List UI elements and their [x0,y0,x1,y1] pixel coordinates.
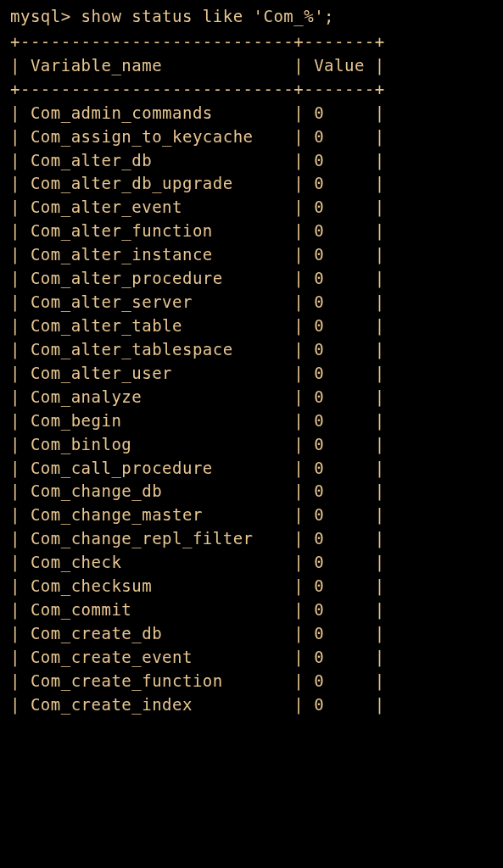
table-row: | Com_call_procedure | 0 | [10,457,493,481]
table-row: | Com_alter_procedure | 0 | [10,267,493,291]
table-row: | Com_alter_tablespace | 0 | [10,338,493,362]
table-row: | Com_assign_to_keycache | 0 | [10,125,493,149]
table-row: | Com_binlog | 0 | [10,433,493,457]
table-border-top: +---------------------------+-------+ [10,31,493,54]
table-row: | Com_commit | 0 | [10,598,493,622]
table-border-mid: +---------------------------+-------+ [10,78,493,102]
table-row: | Com_create_event | 0 | [10,646,493,670]
sql-command: show status like 'Com_%'; [81,7,334,25]
table-row: | Com_change_repl_filter | 0 | [10,527,493,551]
table-row: | Com_alter_table | 0 | [10,314,493,338]
table-row: | Com_alter_event | 0 | [10,196,493,220]
table-row: | Com_change_db | 0 | [10,480,493,504]
table-row: | Com_check | 0 | [10,551,493,575]
command-prompt-line[interactable]: mysql> show status like 'Com_%'; [10,5,493,29]
table-row: | Com_alter_db_upgrade | 0 | [10,172,493,196]
table-row: | Com_analyze | 0 | [10,386,493,409]
table-row: | Com_create_db | 0 | [10,622,493,646]
table-row: | Com_checksum | 0 | [10,575,493,598]
table-row: | Com_alter_instance | 0 | [10,243,493,267]
table-row: | Com_begin | 0 | [10,409,493,433]
table-row: | Com_admin_commands | 0 | [10,102,493,125]
table-row: | Com_create_index | 0 | [10,693,493,717]
table-row: | Com_alter_server | 0 | [10,291,493,314]
mysql-prompt: mysql> [10,7,81,25]
table-row: | Com_alter_db | 0 | [10,149,493,173]
table-row: | Com_alter_function | 0 | [10,220,493,243]
table-header: | Variable_name | Value | [10,54,493,78]
table-row: | Com_create_function | 0 | [10,670,493,693]
table-row: | Com_change_master | 0 | [10,504,493,527]
table-row: | Com_alter_user | 0 | [10,362,493,386]
table-rows-container: | Com_admin_commands | 0 || Com_assign_t… [10,102,493,717]
